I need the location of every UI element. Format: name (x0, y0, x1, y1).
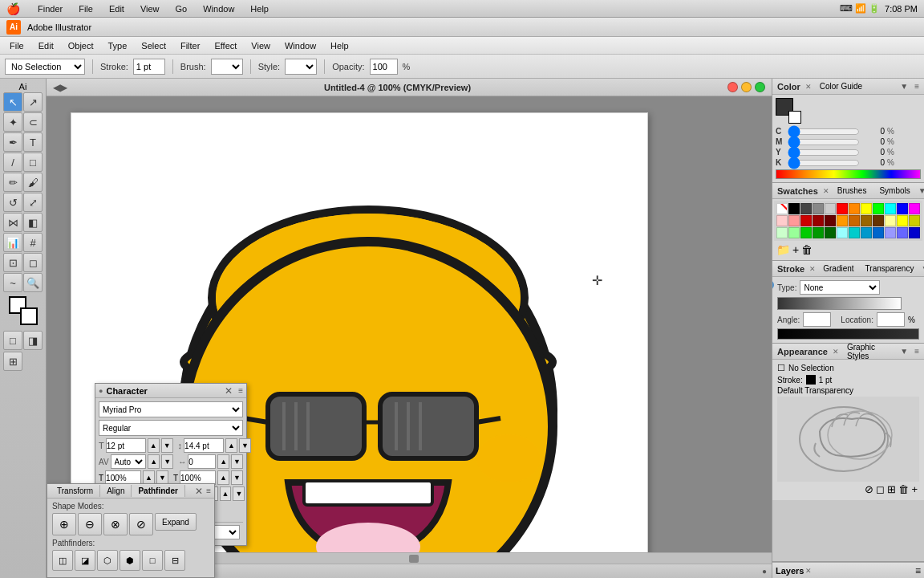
location-input[interactable] (877, 312, 905, 327)
minus-back-btn[interactable]: ⊟ (164, 550, 185, 571)
swatch-c2[interactable] (813, 203, 824, 214)
appearance-panel-header[interactable]: Appearance ✕ Graphic Styles ▼ ≡ (772, 344, 924, 360)
brush-tool[interactable]: 🖌 (23, 173, 43, 192)
swatches-tab[interactable]: Swatches (777, 186, 818, 196)
stroke-tab-label[interactable]: Stroke (777, 264, 804, 274)
stroke-input[interactable] (133, 59, 165, 75)
pen-tool[interactable]: ✒ (3, 132, 22, 152)
v-scale-down[interactable]: ▼ (231, 470, 243, 485)
swatch-c31[interactable] (873, 227, 884, 238)
swatch-c9[interactable] (897, 203, 908, 214)
brushes-tab[interactable]: Brushes (833, 186, 872, 195)
stroke-box[interactable] (20, 307, 38, 325)
pathfinder-panel-close[interactable]: ✕ (195, 486, 203, 497)
transparency-tab-label[interactable]: Transparency (861, 264, 918, 273)
color-panel-close[interactable]: ▼ (900, 82, 908, 91)
menu-help[interactable]: Help (324, 39, 355, 52)
swatch-c3[interactable] (825, 203, 836, 214)
menu-effect[interactable]: Effect (208, 39, 243, 52)
swatch-c8[interactable] (885, 203, 896, 214)
swatch-c17[interactable] (849, 215, 860, 226)
graphic-styles-tab-label[interactable]: Graphic Styles (842, 343, 897, 360)
swatch-c1[interactable] (800, 203, 812, 214)
swatch-c18[interactable] (861, 215, 872, 226)
os-go[interactable]: Go (171, 4, 192, 14)
color-panel-header[interactable]: Color ✕ Color Guide ▼ ≡ (772, 79, 924, 95)
new-item-icon[interactable]: + (911, 483, 918, 495)
swatch-c24[interactable] (788, 227, 800, 238)
pencil-tool[interactable]: ✏ (3, 173, 22, 192)
swatch-c5[interactable] (849, 203, 860, 214)
stroke-panel-header[interactable]: Stroke ✕ Gradient Transparency ▼ ≡ (772, 261, 924, 277)
swatch-c32[interactable] (885, 227, 896, 238)
pathfinder-panel-menu[interactable]: ≡ (206, 486, 211, 495)
background-color[interactable] (788, 111, 801, 124)
swatch-none[interactable] (776, 203, 788, 214)
divide-btn[interactable]: ◫ (52, 550, 73, 571)
minus-front-btn[interactable]: ⊖ (78, 513, 102, 535)
align-tab[interactable]: Align (100, 485, 132, 497)
eraser-tool[interactable]: ◻ (23, 253, 43, 272)
transform-tab[interactable]: Transform (51, 485, 100, 497)
mask-mode[interactable]: ◨ (23, 331, 43, 350)
type-tool[interactable]: T (23, 132, 43, 152)
screen-mode-btn[interactable]: ⊞ (3, 352, 22, 371)
swatch-c14[interactable] (813, 215, 824, 226)
menu-edit[interactable]: Edit (32, 39, 60, 52)
merge-btn[interactable]: ⬡ (97, 550, 118, 571)
layers-tab[interactable]: Layers (776, 566, 804, 576)
graph-tool[interactable]: 📊 (3, 233, 22, 252)
gradient-tool[interactable]: ◧ (23, 213, 43, 232)
swatch-c20[interactable] (885, 215, 896, 226)
type-select[interactable]: None Linear Radial (800, 280, 880, 295)
swatch-c7[interactable] (873, 203, 884, 214)
swatch-c28[interactable] (837, 227, 848, 238)
scale-tool[interactable]: ⤢ (23, 193, 43, 212)
layers-x[interactable]: ✕ (805, 567, 812, 575)
menu-select[interactable]: Select (135, 39, 172, 52)
k-slider[interactable] (788, 160, 860, 166)
exclude-btn[interactable]: ⊘ (129, 513, 153, 535)
os-edit[interactable]: Edit (104, 4, 129, 14)
brush-dropdown[interactable] (211, 59, 243, 75)
outline-btn[interactable]: □ (142, 550, 163, 571)
mesh-tool[interactable]: # (23, 233, 43, 252)
os-view[interactable]: View (136, 4, 164, 14)
apple-menu[interactable]: 🍎 (6, 2, 20, 15)
menu-file[interactable]: File (3, 39, 30, 52)
stroke-panel-x[interactable]: ✕ (809, 265, 816, 273)
kerning-select[interactable]: Auto (111, 454, 147, 469)
new-swatch-icon[interactable]: + (792, 243, 799, 256)
font-size-down[interactable]: ▼ (161, 438, 173, 453)
font-size-input[interactable] (106, 438, 146, 453)
appearance-panel-close[interactable]: ▼ (900, 347, 908, 356)
rotate-tool[interactable]: ↺ (3, 193, 22, 212)
menu-view[interactable]: View (245, 39, 277, 52)
selection-dropdown[interactable]: No Selection (5, 59, 85, 75)
color-spectrum-bar[interactable] (776, 169, 921, 179)
kerning-up[interactable]: ▲ (148, 454, 160, 469)
maximize-button[interactable] (755, 82, 765, 92)
swatch-c27[interactable] (825, 227, 836, 238)
tsume-down[interactable]: ▼ (233, 486, 245, 501)
swatch-c34[interactable] (909, 227, 920, 238)
crop-btn[interactable]: ⬢ (120, 550, 140, 571)
swatch-c22[interactable] (909, 215, 920, 226)
blend-tool[interactable]: ⋈ (3, 213, 22, 232)
trim-btn[interactable]: ◪ (75, 550, 95, 571)
appearance-panel-menu[interactable]: ≡ (914, 347, 919, 356)
font-size-up[interactable]: ▲ (148, 438, 160, 453)
gradient-tab-label[interactable]: Gradient (819, 264, 857, 273)
swatch-registration[interactable] (788, 203, 800, 214)
swatch-c11[interactable] (776, 215, 788, 226)
magic-wand-tool[interactable]: ✦ (3, 112, 22, 132)
fg-bg-swatches[interactable] (776, 98, 801, 124)
swatch-c16[interactable] (837, 215, 848, 226)
selection-tool[interactable]: ↖ (3, 92, 22, 112)
os-finder[interactable]: Finder (33, 4, 67, 14)
menu-object[interactable]: Object (62, 39, 100, 52)
appearance-tab-label[interactable]: Appearance (777, 347, 828, 356)
stroke-color-swatch[interactable] (806, 375, 816, 385)
tsume-up[interactable]: ▲ (220, 486, 232, 501)
font-style-select[interactable]: Regular (99, 420, 243, 436)
